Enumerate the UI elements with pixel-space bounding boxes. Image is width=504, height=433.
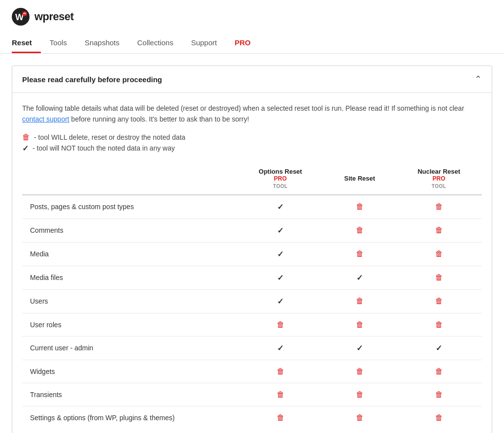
cell-options_reset: ✓ [237, 242, 323, 266]
main-content: Please read carefully before proceeding … [0, 54, 504, 433]
cell-options_reset: ✓ [237, 289, 323, 313]
cell-feature: Transients [22, 383, 237, 406]
check-icon: ✓ [277, 249, 284, 259]
app-wrapper: W wpreset Reset Tools Snapshots Collecti… [0, 0, 504, 433]
logo: W wpreset [12, 8, 492, 26]
trash-icon: 🗑 [356, 297, 364, 306]
trash-icon: 🗑 [277, 413, 284, 422]
col-site-reset: Site Reset [323, 163, 396, 195]
table-row: Media✓🗑🗑 [22, 242, 482, 266]
col-nuclear-reset: Nuclear Reset PRO TOOL [396, 163, 482, 195]
table-row: Widgets🗑🗑🗑 [22, 360, 482, 383]
col-feature [22, 163, 237, 195]
cell-feature: User roles [22, 313, 237, 336]
nav-item-reset[interactable]: Reset [12, 33, 41, 53]
legend-trash-text: - tool WILL delete, reset or destroy the… [34, 133, 186, 141]
check-icon: ✓ [356, 273, 363, 282]
nav-item-pro[interactable]: PRO [226, 33, 260, 53]
cell-site_reset: 🗑 [323, 195, 396, 219]
trash-icon: 🗑 [435, 273, 443, 282]
cell-feature: Posts, pages & custom post types [22, 195, 237, 219]
trash-icon: 🗑 [435, 297, 443, 306]
table-row: Transients🗑🗑🗑 [22, 383, 482, 406]
cell-nuclear_reset: 🗑 [396, 195, 482, 219]
cell-feature: Widgets [22, 360, 237, 383]
table-row: User roles🗑🗑🗑 [22, 313, 482, 336]
cell-site_reset: 🗑 [323, 406, 396, 429]
cell-nuclear_reset: 🗑 [396, 360, 482, 383]
chevron-up-icon: ⌃ [474, 74, 482, 85]
svg-point-2 [22, 11, 27, 16]
cell-site_reset: 🗑 [323, 313, 396, 336]
trash-icon: 🗑 [435, 413, 443, 422]
cell-nuclear_reset: 🗑 [396, 406, 482, 429]
card-header[interactable]: Please read carefully before proceeding … [12, 66, 492, 93]
cell-site_reset: ✓ [323, 266, 396, 289]
trash-icon: 🗑 [435, 390, 443, 399]
legend-trash: 🗑 - tool WILL delete, reset or destroy t… [22, 133, 482, 142]
table-row: Comments✓🗑🗑 [22, 218, 482, 242]
header: W wpreset Reset Tools Snapshots Collecti… [0, 0, 504, 54]
trash-icon: 🗑 [356, 413, 364, 422]
cell-nuclear_reset: 🗑 [396, 313, 482, 336]
check-icon: ✓ [277, 226, 284, 235]
trash-icon: 🗑 [435, 320, 443, 329]
cell-nuclear_reset: ✓ [396, 336, 482, 360]
cell-feature: Media files [22, 266, 237, 289]
cell-site_reset: 🗑 [323, 242, 396, 266]
cell-feature: Media [22, 242, 237, 266]
cell-feature: Comments [22, 218, 237, 242]
trash-icon: 🗑 [277, 367, 284, 376]
nav-item-tools[interactable]: Tools [41, 33, 76, 53]
cell-nuclear_reset: 🗑 [396, 218, 482, 242]
contact-support-link[interactable]: contact support [22, 115, 69, 123]
info-card: Please read carefully before proceeding … [12, 65, 492, 433]
cell-nuclear_reset: 🗑 [396, 266, 482, 289]
card-description: The following table details what data wi… [22, 103, 482, 125]
main-nav: Reset Tools Snapshots Collections Suppor… [12, 33, 492, 53]
data-table: Options Reset PRO TOOL Site Reset Nuclea… [22, 163, 482, 429]
cell-feature: Users [22, 289, 237, 313]
check-icon-legend: ✓ [22, 144, 29, 153]
check-icon: ✓ [436, 343, 442, 353]
cell-site_reset: 🗑 [323, 383, 396, 406]
trash-icon-legend: 🗑 [22, 133, 30, 142]
cell-site_reset: 🗑 [323, 289, 396, 313]
trash-icon: 🗑 [277, 320, 284, 329]
nav-item-support[interactable]: Support [182, 33, 226, 53]
table-row: Media files✓✓🗑 [22, 266, 482, 289]
trash-icon: 🗑 [356, 249, 364, 258]
table-row: Settings & options (from WP, plugins & t… [22, 406, 482, 429]
table-header-row: Options Reset PRO TOOL Site Reset Nuclea… [22, 163, 482, 195]
cell-feature: Current user - admin [22, 336, 237, 360]
card-header-title: Please read carefully before proceeding [22, 75, 162, 84]
trash-icon: 🗑 [356, 390, 364, 399]
legend-check: ✓ - tool will NOT touch the noted data i… [22, 144, 482, 153]
table-row: Posts, pages & custom post types✓🗑🗑 [22, 195, 482, 219]
trash-icon: 🗑 [356, 226, 364, 235]
check-icon: ✓ [277, 343, 284, 353]
nav-item-snapshots[interactable]: Snapshots [76, 33, 128, 53]
check-icon: ✓ [277, 202, 284, 212]
cell-nuclear_reset: 🗑 [396, 242, 482, 266]
cell-site_reset: 🗑 [323, 218, 396, 242]
cell-nuclear_reset: 🗑 [396, 289, 482, 313]
check-icon: ✓ [277, 297, 284, 306]
cell-site_reset: ✓ [323, 336, 396, 360]
logo-icon: W [12, 8, 30, 26]
cell-nuclear_reset: 🗑 [396, 383, 482, 406]
card-body: The following table details what data wi… [12, 93, 492, 433]
trash-icon: 🗑 [356, 320, 364, 329]
table-row: Current user - admin✓✓✓ [22, 336, 482, 360]
trash-icon: 🗑 [356, 202, 364, 211]
legend-check-text: - tool will NOT touch the noted data in … [32, 144, 175, 152]
cell-options_reset: ✓ [237, 218, 323, 242]
nav-item-collections[interactable]: Collections [128, 33, 182, 53]
trash-icon: 🗑 [435, 249, 443, 258]
cell-options_reset: ✓ [237, 195, 323, 219]
cell-options_reset: 🗑 [237, 406, 323, 429]
trash-icon: 🗑 [435, 367, 443, 376]
cell-options_reset: ✓ [237, 266, 323, 289]
cell-site_reset: 🗑 [323, 360, 396, 383]
cell-options_reset: 🗑 [237, 313, 323, 336]
